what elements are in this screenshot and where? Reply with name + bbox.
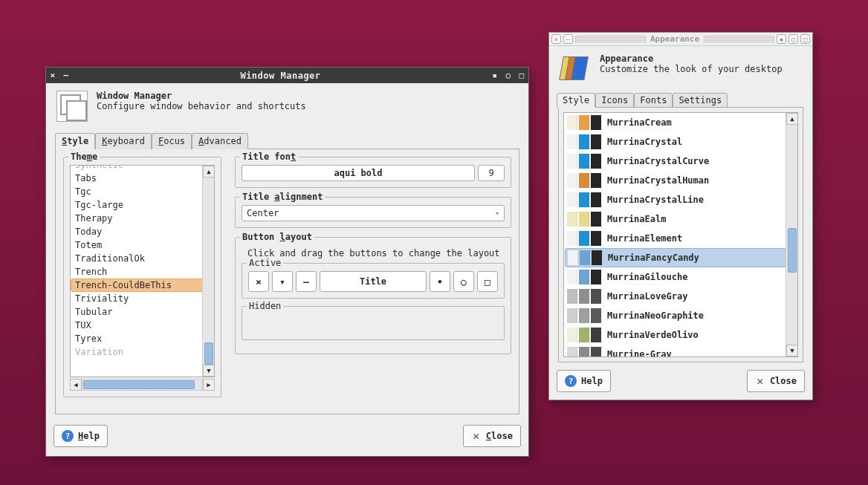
swatch xyxy=(591,270,601,284)
ap-tab-fonts[interactable]: Fonts xyxy=(634,93,673,108)
wm-restore-icon[interactable]: □ xyxy=(517,71,526,80)
close-button-label: lose xyxy=(491,431,513,441)
style-row[interactable]: MurrinaNeoGraphite xyxy=(564,306,797,325)
scroll-down-icon[interactable]: ▼ xyxy=(203,365,215,377)
wm-shade-icon[interactable]: ▪ xyxy=(490,71,499,80)
scroll-up-icon[interactable]: ▲ xyxy=(203,166,215,178)
ap-tab-style[interactable]: Style xyxy=(557,93,595,108)
ap-close-icon[interactable]: × xyxy=(551,34,561,44)
swatch xyxy=(567,347,577,357)
style-row[interactable]: MurrinaElement xyxy=(564,229,797,248)
ap-maximize-icon[interactable]: □ xyxy=(800,34,810,44)
style-scroll-thumb[interactable] xyxy=(788,228,797,273)
theme-item[interactable]: Tubular xyxy=(71,305,214,319)
ap-tab-settings[interactable]: Settings xyxy=(673,93,728,108)
hscroll-thumb[interactable] xyxy=(83,380,195,389)
theme-item[interactable]: TraditionalOk xyxy=(71,252,214,265)
swatch xyxy=(568,250,578,265)
tab-keyboard[interactable]: Keyboard xyxy=(95,133,152,149)
theme-item[interactable]: Therapy xyxy=(71,212,214,225)
style-list[interactable]: MurrinaCreamMurrinaCrystalMurrinaCrystal… xyxy=(563,112,798,357)
close-icon: ✕ xyxy=(471,429,482,443)
theme-item[interactable]: Trench-CouldBeThis xyxy=(71,279,214,292)
wm-minimize-icon[interactable]: – xyxy=(62,71,71,80)
style-scrollbar[interactable]: ▲ ▼ xyxy=(786,113,797,357)
ap-shade-icon[interactable]: ▪ xyxy=(777,34,786,44)
swatch xyxy=(579,154,589,169)
ap-grip-right xyxy=(704,36,774,43)
swatch xyxy=(567,289,577,304)
theme-item[interactable]: Tabs xyxy=(71,172,214,185)
layout-maximize-icon[interactable]: □ xyxy=(477,271,498,292)
theme-item[interactable]: TUX xyxy=(71,319,214,332)
theme-item[interactable]: Triviality xyxy=(71,292,214,305)
theme-item[interactable]: Today xyxy=(71,225,214,238)
title-font-button[interactable]: aqui bold xyxy=(242,165,475,181)
style-row[interactable]: MurrinaLoveGray xyxy=(564,287,797,306)
style-row[interactable]: MurrinaVerdeOlivo xyxy=(564,325,797,345)
layout-ontop-icon[interactable]: ○ xyxy=(453,271,474,292)
style-name: MurrinaEalm xyxy=(607,214,666,224)
style-row[interactable]: MurrinaCream xyxy=(564,113,797,132)
theme-item[interactable]: Totem xyxy=(71,238,214,252)
wm-close-icon[interactable]: × xyxy=(48,71,57,80)
ap-ontop-icon[interactable]: ○ xyxy=(788,34,798,44)
layout-stick-icon[interactable]: • xyxy=(430,271,450,292)
theme-item[interactable]: Tgc-large xyxy=(71,198,214,212)
appearance-window: × – Appearance ▪ ○ □ Appearance Customiz… xyxy=(548,32,813,400)
tab-style[interactable]: Style xyxy=(55,133,95,149)
ap-close-label: Close xyxy=(770,376,797,386)
swatch xyxy=(591,308,601,323)
help-button[interactable]: ? Help xyxy=(54,425,108,447)
style-row[interactable]: Murrine-Gray xyxy=(564,345,797,357)
theme-item[interactable]: Variation xyxy=(71,345,214,359)
wm-titlebar[interactable]: × – Window Manager ▪ ○ □ xyxy=(46,68,528,83)
style-row[interactable]: MurrinaCrystalHuman xyxy=(564,171,797,190)
style-name: MurrinaCrystalHuman xyxy=(607,175,709,186)
title-alignment-combo[interactable]: Center ▾ xyxy=(242,205,505,221)
style-scroll-up-icon[interactable]: ▲ xyxy=(786,113,798,125)
theme-hscroll[interactable]: ◀ ▶ xyxy=(70,379,215,391)
theme-item[interactable]: Tyrex xyxy=(71,332,214,345)
tab-focus-label: ocus xyxy=(163,136,185,146)
tab-advanced[interactable]: Advanced xyxy=(192,133,248,149)
hscroll-right-icon[interactable]: ▶ xyxy=(203,379,215,391)
hidden-fieldset[interactable]: Hidden xyxy=(242,306,505,340)
window-manager-window: × – Window Manager ▪ ○ □ Window Manager … xyxy=(45,67,529,457)
theme-item[interactable]: Trench xyxy=(71,265,214,279)
ap-tabs: Style Icons Fonts Settings xyxy=(557,92,805,107)
ap-tab-icons[interactable]: Icons xyxy=(595,93,634,108)
hscroll-track[interactable] xyxy=(82,379,203,391)
swatch xyxy=(591,134,601,149)
scroll-thumb[interactable] xyxy=(204,342,213,365)
ap-titlebar[interactable]: × – Appearance ▪ ○ □ xyxy=(549,33,812,46)
layout-minimize-icon[interactable]: – xyxy=(296,271,317,292)
theme-list[interactable]: SyntheticTabsTgcTgc-largeTherapyTodayTot… xyxy=(70,165,215,377)
style-row[interactable]: MurrinaCrystalLine xyxy=(564,190,797,209)
layout-close-icon[interactable]: × xyxy=(248,271,269,292)
style-row[interactable]: MurrinaGilouche xyxy=(564,267,797,287)
swatch xyxy=(592,250,602,265)
title-font-size[interactable]: 9 xyxy=(478,165,505,181)
layout-title[interactable]: Title xyxy=(320,271,427,292)
theme-scrollbar[interactable]: ▲ ▼ xyxy=(202,166,214,377)
style-row[interactable]: MurrinaFancyCandy xyxy=(565,248,797,267)
tab-keyboard-label: eyboard xyxy=(107,136,145,146)
style-row[interactable]: MurrinaEalm xyxy=(564,209,797,229)
theme-item[interactable]: Tgc xyxy=(71,185,214,198)
theme-item[interactable]: Synthetic xyxy=(71,165,214,172)
theme-legend: Theme xyxy=(68,152,100,162)
style-scroll-down-icon[interactable]: ▼ xyxy=(786,345,798,357)
wm-maximize-icon[interactable]: ○ xyxy=(504,71,513,80)
ap-help-button[interactable]: ? Help xyxy=(557,370,611,392)
ap-minimize-icon[interactable]: – xyxy=(563,34,573,44)
close-button[interactable]: ✕ Close xyxy=(463,425,521,447)
style-row[interactable]: MurrinaCrystalCurve xyxy=(564,152,797,171)
ap-header-subtitle: Customize the look of your desktop xyxy=(600,64,783,74)
style-row[interactable]: MurrinaCrystal xyxy=(564,132,797,152)
wm-title: Window Manager xyxy=(73,71,488,81)
tab-focus[interactable]: Focus xyxy=(152,133,192,149)
ap-close-button[interactable]: ✕ Close xyxy=(747,370,805,392)
hscroll-left-icon[interactable]: ◀ xyxy=(70,379,82,391)
layout-shade-icon[interactable]: ▾ xyxy=(272,271,293,292)
